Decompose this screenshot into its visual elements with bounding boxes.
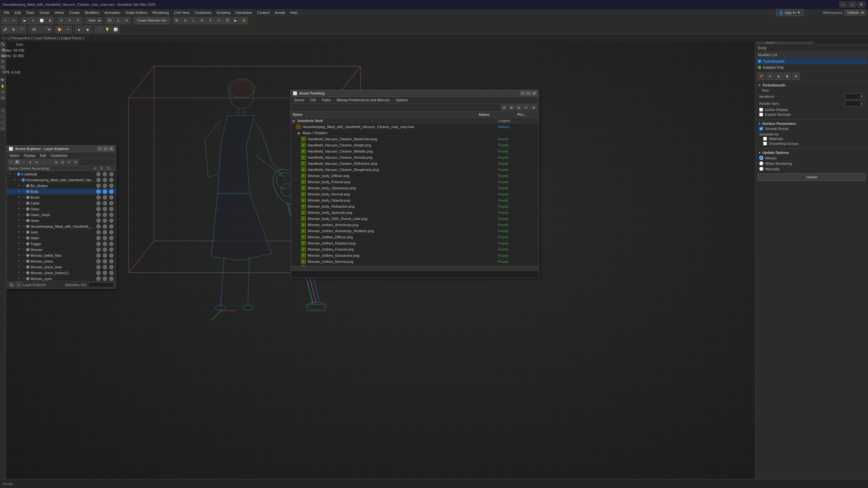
render-frame-button[interactable]: ▶ [232, 17, 240, 24]
at-file-row[interactable]: PHandheld_Vacuum_Cleaner_Refraction.pngF… [291, 161, 539, 167]
se-row-glass[interactable]: 👁❄Glass [7, 206, 116, 212]
at-file-row[interactable]: PWoman_clothes_Glossiness.pngFound [291, 253, 539, 259]
freeze-icon[interactable]: ❄ [22, 213, 26, 217]
visibility-icon[interactable]: 👁 [17, 213, 21, 217]
manually-radio[interactable] [759, 167, 764, 171]
smooth-result-checkbox[interactable] [759, 127, 763, 131]
se-add-selected-button[interactable]: ⊕ [27, 160, 33, 165]
menu-interactive[interactable]: Interactive [233, 10, 255, 15]
material-editor-button[interactable]: ⬡ [215, 17, 223, 24]
se-row-woman_eyes[interactable]: 👁❄Woman_eyes [7, 276, 116, 281]
at-file-row[interactable]: PWoman_clothes_Opacity.pngFound [291, 265, 539, 266]
menu-rendering[interactable]: Rendering [150, 10, 172, 15]
minimize-button[interactable]: ─ [839, 1, 847, 8]
visibility-icon[interactable]: 👁 [17, 184, 21, 188]
visibility-icon[interactable]: 👁 [17, 201, 21, 205]
freeze-icon[interactable]: ❄ [22, 254, 26, 257]
smart-select-button[interactable]: ◈ [75, 26, 83, 33]
schematic-view-button[interactable]: S [207, 17, 214, 24]
rect-select-button[interactable]: ⬜ [38, 17, 45, 24]
at-minimize-button[interactable]: ─ [520, 91, 525, 95]
se-row-woman[interactable]: 👁❄Woman [7, 247, 116, 253]
freeze-icon[interactable]: ❄ [22, 225, 26, 228]
freeze-icon[interactable]: ❄ [22, 236, 26, 240]
menu-modifiers[interactable]: Modifiers [82, 10, 102, 15]
at-file-row[interactable]: PHandheld_Vacuum_Cleaner_BaseColor.pngFo… [291, 136, 539, 142]
update-options-header[interactable]: ▼ Update Options [758, 151, 865, 155]
visibility-icon[interactable]: 👁 [17, 230, 21, 234]
statistics-button[interactable]: 📊 [112, 26, 119, 33]
mirror-button[interactable]: M [173, 17, 181, 24]
surface-params-header[interactable]: ▼ Surface Parameters [758, 122, 865, 126]
at-file-row[interactable]: PWoman_clothes_Displace.pngFound [291, 240, 539, 247]
freeze-icon[interactable]: ❄ [22, 242, 26, 246]
visibility-icon[interactable]: 👁 [17, 277, 21, 281]
spline-btn[interactable]: ∿ [0, 108, 5, 113]
materials-checkbox[interactable] [763, 137, 767, 141]
filter-dropdown[interactable]: All [29, 26, 52, 33]
visibility-icon[interactable]: 👁 [17, 242, 21, 246]
at-horizontal-scrollbar[interactable] [291, 266, 539, 271]
visibility-icon[interactable]: 👁 [17, 236, 21, 240]
snap-3d-button[interactable]: 3D [106, 17, 114, 24]
se-search-button[interactable]: 🔍 [14, 160, 20, 165]
se-row-layer0[interactable]: 👁❄0 (default) [7, 171, 116, 177]
freeze-icon[interactable]: ❄ [22, 277, 26, 281]
se-settings-button[interactable]: ⚙ [73, 160, 79, 165]
at-tb-btn5[interactable]: ⚙ [530, 104, 537, 110]
window-crossing-button[interactable]: ⊞ [46, 17, 54, 24]
at-tb-btn4[interactable]: ↻ [523, 104, 529, 110]
visibility-icon[interactable]: 👁 [17, 225, 21, 228]
visibility-icon[interactable]: 👁 [17, 265, 21, 269]
at-max-file-row[interactable]: 3Housekeeping_Maid_with_Handheld_Vacuum_… [291, 124, 539, 130]
at-file-row[interactable]: PWoman_clothes_Diffuse.pngFound [291, 234, 539, 240]
face-btn[interactable]: △ [0, 126, 5, 131]
se-row-bin_button[interactable]: 👁❄Bin_Button [7, 183, 116, 189]
configure-modifier-sets-button[interactable]: ⚙ [792, 72, 800, 80]
select-by-name-button[interactable]: ≡ [29, 17, 37, 24]
freeze-icon[interactable]: ❄ [17, 178, 21, 182]
menu-views[interactable]: Views [52, 10, 66, 15]
at-menu-server[interactable]: Server [291, 97, 307, 103]
se-filter-button[interactable]: ✕ [8, 160, 14, 165]
at-file-row[interactable]: PWoman_body_SSS_Overal_color.pngFound [291, 216, 539, 222]
freeze-icon[interactable]: ❄ [22, 265, 26, 269]
show-end-result-button[interactable]: ⊙ [766, 72, 774, 80]
at-maximize-button[interactable]: □ [526, 91, 531, 95]
se-row-woman_dress_button11[interactable]: 👁❄Woman_dress_button11 [7, 270, 116, 276]
at-file-row[interactable]: PWoman_clothes_Anisotropy_Rotation.pngFo… [291, 228, 539, 234]
close-button[interactable]: ✕ [857, 1, 865, 8]
at-close-button[interactable]: ✕ [532, 91, 537, 95]
smoothing-groups-checkbox[interactable] [763, 141, 767, 145]
se-remove-button[interactable]: ⊖ [34, 160, 40, 165]
menu-tools[interactable]: Tools [24, 10, 37, 15]
selection-set-input[interactable] [88, 282, 114, 287]
se-close-button[interactable]: ✕ [109, 147, 114, 151]
at-file-row[interactable]: PWoman_clothes_Anisotropy.pngFound [291, 222, 539, 228]
freeze-icon[interactable]: ❄ [22, 219, 26, 223]
turbosmooth-modifier[interactable]: TurboSmooth [756, 58, 867, 65]
vertex-btn[interactable]: · [0, 114, 5, 119]
active-shade-button[interactable]: 🔆 [240, 17, 248, 24]
freeze-icon[interactable]: ❄ [22, 184, 26, 188]
select-object-button[interactable]: ▶ [21, 17, 29, 24]
maximize-button[interactable]: □ [848, 1, 857, 8]
at-tb-btn1[interactable]: ☰ [501, 104, 507, 110]
rotate-button[interactable]: ↻ [66, 17, 73, 24]
at-file-row[interactable]: PHandheld_Vacuum_Cleaner_Roughness.pngFo… [291, 167, 539, 173]
at-file-row[interactable]: PHandheld_Vacuum_Cleaner_Metallic.pngFou… [291, 149, 539, 155]
workspaces-dropdown[interactable]: Default [844, 10, 865, 15]
zoom-btn[interactable]: 🔍 [0, 78, 5, 83]
menu-content[interactable]: Content [254, 10, 272, 15]
menu-graph-editors[interactable]: Graph Editors [123, 10, 150, 15]
menu-customize[interactable]: Customize [192, 10, 214, 15]
display-panel-btn[interactable]: 👁 [0, 59, 5, 64]
visibility-icon[interactable]: 👁 [17, 219, 21, 223]
at-file-row[interactable]: PWoman_body_Glossiness.pngFound [291, 185, 539, 191]
at-path-input[interactable] [292, 272, 537, 276]
menu-arnold[interactable]: Arnold [272, 10, 288, 15]
angle-snap-button[interactable]: ∠ [114, 17, 122, 24]
pan-btn[interactable]: ✋ [0, 84, 5, 89]
visibility-icon[interactable]: 👁 [17, 254, 21, 257]
update-button[interactable]: Update [758, 173, 865, 181]
